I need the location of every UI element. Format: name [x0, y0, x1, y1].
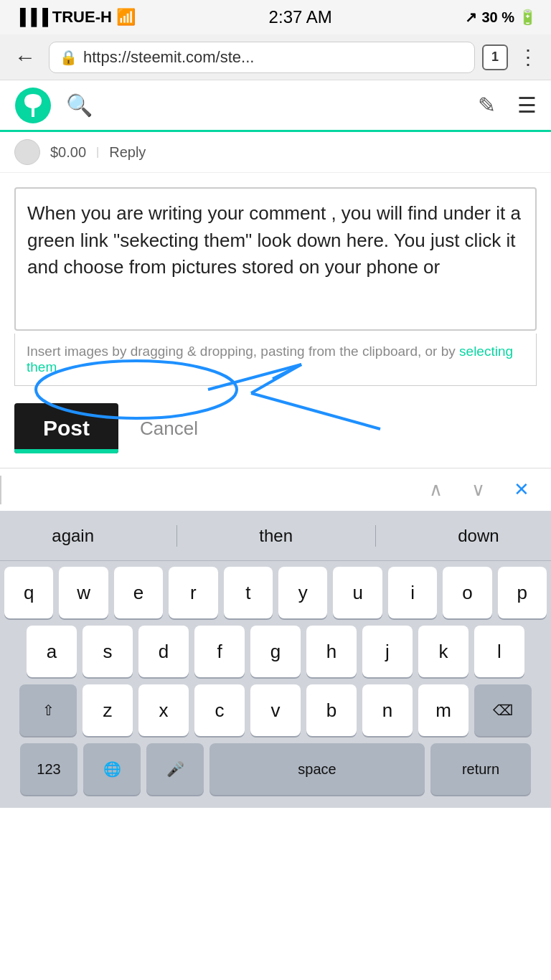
time-display: 2:37 AM	[269, 7, 332, 27]
key-g[interactable]: g	[250, 626, 301, 677]
carrier-label: TRUE-H	[52, 8, 112, 27]
up-arrow-button[interactable]: ∧	[429, 479, 443, 501]
edit-icon[interactable]: ✎	[478, 93, 496, 118]
wifi-icon: 📶	[116, 8, 136, 27]
close-button[interactable]: ✕	[514, 479, 529, 501]
separator: |	[96, 146, 99, 159]
return-key[interactable]: return	[430, 743, 531, 795]
reply-bar: $0.00 | Reply	[0, 132, 551, 173]
space-key[interactable]: space	[209, 743, 425, 795]
key-w[interactable]: w	[59, 567, 108, 618]
key-q[interactable]: q	[4, 567, 53, 618]
suggestions-row: again then down	[0, 511, 551, 561]
keyboard-row-4: 123 🌐 🎤 space return	[4, 743, 547, 795]
down-arrow-button[interactable]: ∨	[471, 479, 485, 501]
key-i[interactable]: i	[388, 567, 437, 618]
key-e[interactable]: e	[114, 567, 163, 618]
key-h[interactable]: h	[306, 626, 357, 677]
shift-key[interactable]: ⇧	[19, 684, 77, 736]
lock-icon: 🔒	[60, 49, 77, 66]
toolbar-arrows: ∧ ∨ ✕	[9, 479, 551, 501]
browser-menu-button[interactable]: ⋮	[515, 45, 542, 69]
suggestion-divider-2	[375, 525, 376, 547]
reply-button[interactable]: Reply	[109, 144, 146, 161]
signal-icon: ▐▐▐	[14, 8, 48, 27]
status-left: ▐▐▐ TRUE-H 📶	[14, 8, 136, 27]
comment-textarea[interactable]	[14, 187, 537, 331]
reward-amount: $0.00	[50, 144, 86, 161]
delete-key[interactable]: ⌫	[474, 684, 532, 736]
battery-label: 30 %	[481, 9, 514, 26]
num-key[interactable]: 123	[20, 743, 77, 795]
keyboard-row-3: ⇧ z x c v b n m ⌫	[4, 684, 547, 736]
search-icon[interactable]: 🔍	[66, 93, 93, 118]
insert-text: Insert images by dragging & dropping, pa…	[27, 344, 459, 359]
key-k[interactable]: k	[418, 626, 468, 677]
key-m[interactable]: m	[418, 684, 468, 736]
status-bar: ▐▐▐ TRUE-H 📶 2:37 AM ↗ 30 % 🔋	[0, 0, 551, 34]
keyboard-row-2: a s d f g h j k l	[4, 626, 547, 677]
post-button[interactable]: Post	[14, 403, 118, 453]
key-t[interactable]: t	[224, 567, 273, 618]
suggestion-then[interactable]: then	[237, 526, 314, 546]
key-b[interactable]: b	[306, 684, 357, 736]
suggestion-again[interactable]: again	[30, 526, 116, 546]
back-button[interactable]: ←	[9, 45, 42, 70]
key-o[interactable]: o	[443, 567, 491, 618]
globe-key[interactable]: 🌐	[83, 743, 141, 795]
tab-button[interactable]: 1	[482, 44, 508, 70]
battery-icon: 🔋	[519, 9, 537, 26]
keyboard-row-1: q w e r t y u i o p	[4, 567, 547, 618]
browser-bar: ← 🔒 https://steemit.com/ste... 1 ⋮	[0, 34, 551, 80]
key-u[interactable]: u	[333, 567, 382, 618]
app-logo	[14, 87, 52, 124]
url-bar[interactable]: 🔒 https://steemit.com/ste...	[49, 42, 475, 73]
toolbar-divider	[0, 476, 1, 504]
url-text: https://steemit.com/ste...	[83, 48, 254, 67]
key-r[interactable]: r	[169, 567, 217, 618]
insert-bar: Insert images by dragging & dropping, pa…	[14, 334, 537, 386]
nav-menu-icon[interactable]: ☰	[517, 93, 537, 118]
action-buttons: Post Cancel	[0, 393, 551, 468]
key-y[interactable]: y	[278, 567, 327, 618]
toolbar-row: ∧ ∨ ✕	[0, 468, 551, 511]
key-f[interactable]: f	[194, 626, 245, 677]
user-avatar	[14, 139, 40, 165]
key-j[interactable]: j	[362, 626, 413, 677]
key-p[interactable]: p	[498, 567, 547, 618]
key-n[interactable]: n	[362, 684, 413, 736]
key-x[interactable]: x	[138, 684, 189, 736]
status-right: ↗ 30 % 🔋	[465, 9, 537, 26]
key-v[interactable]: v	[250, 684, 301, 736]
location-icon: ↗	[465, 9, 477, 26]
key-s[interactable]: s	[83, 626, 133, 677]
key-d[interactable]: d	[138, 626, 189, 677]
keyboard: q w e r t y u i o p a s d f g h j k l ⇧ …	[0, 561, 551, 808]
key-l[interactable]: l	[474, 626, 524, 677]
suggestion-divider-1	[176, 525, 177, 547]
key-z[interactable]: z	[83, 684, 133, 736]
editor-container: Insert images by dragging & dropping, pa…	[0, 173, 551, 393]
mic-key[interactable]: 🎤	[146, 743, 204, 795]
cancel-button[interactable]: Cancel	[140, 418, 198, 440]
app-nav-bar: 🔍 ✎ ☰	[0, 80, 551, 132]
key-c[interactable]: c	[194, 684, 245, 736]
key-a[interactable]: a	[27, 626, 77, 677]
suggestion-down[interactable]: down	[436, 526, 520, 546]
